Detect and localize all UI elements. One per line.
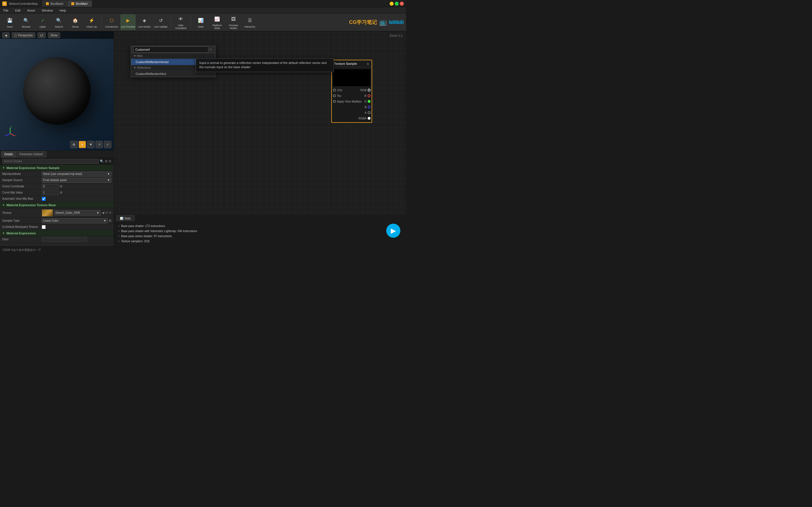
node-collapse-button[interactable]: ▲ — [366, 62, 369, 65]
save-button[interactable]: 💾 Save — [2, 14, 17, 30]
viewport-ctrl-1[interactable]: ⊕ — [70, 141, 78, 148]
live-nodes-button[interactable]: ◈ Live Nodes — [137, 14, 152, 30]
texture-sample-node[interactable]: Texture Sample ▲ UVs RGB — [331, 60, 372, 123]
const-coord-spin[interactable]: ⊞ — [60, 184, 62, 188]
back-button[interactable]: ◀ — [2, 33, 10, 38]
connectors-button[interactable]: ⬡ Connectors — [104, 14, 119, 30]
browse-button[interactable]: 🔍 Browse — [18, 14, 34, 30]
pin-row-rgba: RGBA — [332, 115, 371, 121]
prop-texture: Texture Desert_Outer_HDR ▼ ◀ ↺ ✕ — [0, 208, 114, 218]
prop-desc-value — [42, 237, 111, 242]
show-button[interactable]: Show — [48, 33, 60, 38]
grid-view-icon[interactable]: ⊞ — [105, 159, 107, 163]
menu-edit[interactable]: Edit — [14, 8, 22, 13]
hierarchy-icon: ☰ — [246, 17, 254, 24]
stats-tab[interactable]: 📊 Stats — [116, 215, 135, 221]
stats-content: • Base pass shader: 172 instructions • B… — [114, 221, 406, 246]
menu-window[interactable]: Window — [41, 8, 54, 13]
viewport-ctrl-3[interactable]: ▼ — [87, 141, 94, 148]
zoom-indicator: Zoom 1:1 — [390, 34, 403, 37]
lit-button[interactable]: Lit — [38, 33, 46, 38]
live-preview-button[interactable]: ▶ Live Preview — [120, 14, 136, 30]
pin-b-dot[interactable] — [368, 106, 370, 108]
details-search-input[interactable] — [2, 159, 99, 164]
texture-nav-left[interactable]: ◀ — [102, 211, 104, 215]
node-editor[interactable]: Zoom 1:1 MATERIAL × ▼ Misc CustomReflect… — [114, 32, 406, 246]
stats-button[interactable]: 📊 Stats — [193, 14, 208, 30]
pin-right-rgb: RGB — [360, 89, 370, 92]
platform-stats-button[interactable]: 📈 Platform Stats — [209, 14, 225, 30]
meshpaint-checkbox[interactable] — [42, 225, 46, 229]
tab-param-defaults[interactable]: Parameter Default: — [17, 151, 47, 158]
viewport-ctrl-5[interactable]: ⤢ — [104, 141, 111, 148]
section-texture-base[interactable]: Material Expression Texture Base — [0, 202, 114, 208]
live-update-button[interactable]: ↺ Live Update — [153, 14, 168, 30]
viewport-toolbar: ◀ ⬡ Perspective Lit Show — [0, 32, 114, 39]
cleanup-button[interactable]: ⚡ Clean Up — [84, 14, 99, 30]
menu-file[interactable]: File — [2, 8, 10, 13]
menu-help[interactable]: Help — [58, 8, 67, 13]
pin-r-dot[interactable] — [368, 94, 370, 97]
stats-tab-bar: 📊 Stats — [114, 215, 406, 221]
tab-boxmat[interactable]: BoxMat+ — [68, 1, 92, 7]
minimize-button[interactable] — [390, 2, 394, 6]
hide-unrelated-label: Hide Unrelated — [173, 24, 188, 30]
section-texture-sample-title: Material Expression Texture Sample — [6, 166, 59, 170]
perspective-button[interactable]: ⬡ Perspective — [12, 33, 35, 38]
search-icon: 🔍 — [55, 17, 63, 24]
viewport-ctrl-2[interactable]: ● — [79, 141, 86, 148]
hierarchy-button[interactable]: ☰ Hierarchy — [242, 14, 257, 30]
svg-text:Y: Y — [4, 135, 6, 136]
node-search-input[interactable] — [133, 47, 208, 53]
settings-icon[interactable]: ⚙ — [109, 159, 111, 163]
pin-g-dot[interactable] — [368, 100, 370, 103]
desc-input[interactable] — [42, 237, 87, 242]
viewport-ctrl-4[interactable]: ↗ — [96, 141, 103, 148]
const-mip-input[interactable] — [42, 190, 59, 195]
const-mip-spin[interactable]: ⊞ — [60, 191, 62, 194]
svg-text:Z: Z — [10, 126, 12, 128]
connectors-label: Connectors — [105, 25, 118, 28]
menu-asset[interactable]: Asset — [26, 8, 36, 13]
mipvaluemode-dropdown[interactable]: None (use computed mip level) ▼ — [42, 172, 111, 177]
sampler-source-dropdown[interactable]: From texture asset ▼ — [42, 178, 111, 183]
texture-reload[interactable]: ↺ — [105, 211, 108, 215]
search-close-button[interactable]: × — [208, 47, 213, 52]
live-preview-label: Live Preview — [121, 25, 135, 28]
maximize-button[interactable] — [395, 2, 399, 6]
auto-mip-checkbox[interactable] — [42, 197, 46, 201]
prop-desc: Desc — [0, 236, 114, 242]
toolbar-sep-2 — [170, 16, 171, 29]
sphere-container — [0, 32, 114, 151]
tab-icon-boxmat — [71, 2, 74, 5]
close-button[interactable] — [400, 2, 404, 6]
pin-rgba-dot[interactable] — [368, 117, 370, 120]
tab-boxmash[interactable]: BoxMash — [42, 1, 67, 7]
sampler-type-dropdown[interactable]: Linear Color ▼ — [42, 218, 108, 223]
pin-rgb-dot[interactable] — [368, 89, 370, 92]
home-button[interactable]: 🏠 Home — [68, 14, 83, 30]
apply-button[interactable]: ✓ Apply — [35, 14, 50, 30]
pin-applymip-dot[interactable] — [333, 100, 336, 103]
prop-auto-mip-value — [42, 197, 111, 201]
prop-meshpaint-label: Is Default Meshpaint Texture — [2, 225, 42, 228]
prop-const-coord-value: ⊞ — [42, 184, 111, 189]
preview-nodes-button[interactable]: 🖼 Preview Nodes — [226, 14, 241, 30]
bili-mascot[interactable]: ▶ — [386, 224, 400, 238]
section-material-expr[interactable]: Material Expression — [0, 230, 114, 236]
const-coord-input[interactable] — [42, 184, 59, 189]
pin-tex-dot[interactable] — [333, 94, 336, 97]
search-submit-icon[interactable]: 🔍 — [100, 159, 104, 163]
search-dropdown-header: × — [131, 46, 215, 53]
sampler-type-extra[interactable]: ⊞ — [109, 219, 111, 223]
section-texture-sample[interactable]: Material Expression Texture Sample — [0, 165, 114, 171]
search-button[interactable]: 🔍 Search — [51, 14, 66, 30]
pin-uvs-dot[interactable] — [333, 89, 336, 92]
texture-dropdown[interactable]: Desert_Outer_HDR ▼ — [54, 210, 101, 216]
hide-unrelated-button[interactable]: 👁 Hide Unrelated — [173, 14, 188, 30]
dropdown-category-misc: ▼ Misc — [131, 53, 215, 59]
texture-clear[interactable]: ✕ — [109, 211, 111, 215]
prop-sampler-source-value: From texture asset ▼ — [42, 178, 111, 183]
tab-details[interactable]: Details — [1, 151, 16, 158]
pin-a-dot[interactable] — [368, 111, 370, 114]
